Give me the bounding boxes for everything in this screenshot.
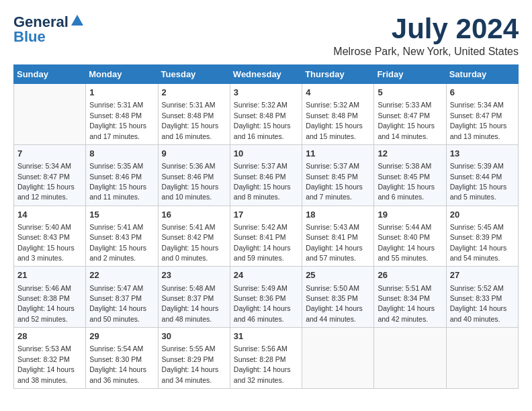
header-day-thursday: Thursday: [302, 65, 374, 84]
header-day-friday: Friday: [374, 65, 446, 84]
day-number: 27: [450, 269, 515, 281]
calendar-cell: 5Sunrise: 5:33 AMSunset: 8:47 PMDaylight…: [374, 84, 446, 145]
day-info: Sunrise: 5:51 AMSunset: 8:34 PMDaylight:…: [378, 284, 435, 323]
day-info: Sunrise: 5:39 AMSunset: 8:44 PMDaylight:…: [450, 162, 507, 201]
day-number: 21: [17, 269, 82, 281]
calendar-cell: 29Sunrise: 5:54 AMSunset: 8:30 PMDayligh…: [86, 328, 158, 389]
calendar-cell: 2Sunrise: 5:31 AMSunset: 8:48 PMDaylight…: [158, 84, 230, 145]
day-info: Sunrise: 5:33 AMSunset: 8:47 PMDaylight:…: [378, 101, 435, 140]
calendar-cell: 20Sunrise: 5:45 AMSunset: 8:39 PMDayligh…: [446, 205, 518, 267]
day-number: 13: [450, 148, 515, 160]
calendar-cell: 31Sunrise: 5:56 AMSunset: 8:28 PMDayligh…: [230, 328, 302, 389]
day-info: Sunrise: 5:50 AMSunset: 8:35 PMDaylight:…: [306, 284, 363, 323]
calendar-cell: 4Sunrise: 5:32 AMSunset: 8:48 PMDaylight…: [302, 84, 374, 145]
calendar-cell: 30Sunrise: 5:55 AMSunset: 8:29 PMDayligh…: [158, 328, 230, 389]
calendar-cell: 22Sunrise: 5:47 AMSunset: 8:37 PMDayligh…: [86, 267, 158, 328]
day-number: 19: [378, 209, 442, 221]
day-number: 1: [89, 87, 154, 99]
calendar-body: 1Sunrise: 5:31 AMSunset: 8:48 PMDaylight…: [14, 84, 519, 389]
calendar-cell: 15Sunrise: 5:41 AMSunset: 8:43 PMDayligh…: [86, 205, 158, 267]
day-number: 6: [450, 87, 515, 99]
day-number: 23: [162, 269, 226, 281]
day-info: Sunrise: 5:37 AMSunset: 8:45 PMDaylight:…: [306, 162, 363, 201]
day-info: Sunrise: 5:48 AMSunset: 8:37 PMDaylight:…: [162, 284, 219, 323]
calendar-cell: 24Sunrise: 5:49 AMSunset: 8:36 PMDayligh…: [230, 267, 302, 328]
day-number: 20: [450, 209, 515, 221]
day-number: 3: [234, 87, 298, 99]
location: Melrose Park, New York, United States: [333, 46, 519, 58]
calendar-table: SundayMondayTuesdayWednesdayThursdayFrid…: [13, 64, 519, 389]
day-number: 5: [378, 87, 442, 99]
month-title: July 2024: [333, 13, 519, 44]
day-info: Sunrise: 5:55 AMSunset: 8:29 PMDaylight:…: [162, 345, 219, 383]
header-day-wednesday: Wednesday: [230, 65, 302, 84]
calendar-cell: 9Sunrise: 5:36 AMSunset: 8:46 PMDaylight…: [158, 144, 230, 205]
calendar-cell: [14, 84, 86, 145]
day-info: Sunrise: 5:53 AMSunset: 8:32 PMDaylight:…: [17, 345, 75, 383]
calendar-cell: 27Sunrise: 5:52 AMSunset: 8:33 PMDayligh…: [446, 267, 518, 328]
calendar-cell: 28Sunrise: 5:53 AMSunset: 8:32 PMDayligh…: [14, 328, 86, 389]
header-row: SundayMondayTuesdayWednesdayThursdayFrid…: [14, 65, 519, 84]
day-info: Sunrise: 5:41 AMSunset: 8:43 PMDaylight:…: [89, 223, 146, 262]
calendar-cell: 8Sunrise: 5:35 AMSunset: 8:46 PMDaylight…: [86, 144, 158, 205]
day-number: 14: [17, 209, 82, 221]
calendar-cell: 11Sunrise: 5:37 AMSunset: 8:45 PMDayligh…: [302, 144, 374, 205]
header-day-tuesday: Tuesday: [158, 65, 230, 84]
day-number: 8: [89, 148, 154, 160]
day-info: Sunrise: 5:45 AMSunset: 8:39 PMDaylight:…: [450, 223, 507, 262]
day-info: Sunrise: 5:34 AMSunset: 8:47 PMDaylight:…: [450, 101, 507, 140]
day-number: 11: [306, 148, 370, 160]
calendar-header: SundayMondayTuesdayWednesdayThursdayFrid…: [14, 65, 519, 84]
calendar-week-4: 21Sunrise: 5:46 AMSunset: 8:38 PMDayligh…: [14, 267, 519, 328]
day-number: 25: [306, 269, 370, 281]
day-number: 22: [89, 269, 154, 281]
calendar-cell: 25Sunrise: 5:50 AMSunset: 8:35 PMDayligh…: [302, 267, 374, 328]
day-number: 9: [162, 148, 226, 160]
calendar-week-1: 1Sunrise: 5:31 AMSunset: 8:48 PMDaylight…: [14, 84, 519, 145]
day-info: Sunrise: 5:54 AMSunset: 8:30 PMDaylight:…: [89, 345, 146, 383]
calendar-cell: 19Sunrise: 5:44 AMSunset: 8:40 PMDayligh…: [374, 205, 446, 267]
day-number: 10: [234, 148, 298, 160]
day-number: 15: [89, 209, 154, 221]
day-number: 24: [234, 269, 298, 281]
calendar-cell: 21Sunrise: 5:46 AMSunset: 8:38 PMDayligh…: [14, 267, 86, 328]
calendar-cell: 12Sunrise: 5:38 AMSunset: 8:45 PMDayligh…: [374, 144, 446, 205]
calendar-cell: 13Sunrise: 5:39 AMSunset: 8:44 PMDayligh…: [446, 144, 518, 205]
day-info: Sunrise: 5:32 AMSunset: 8:48 PMDaylight:…: [234, 101, 291, 140]
day-number: 28: [17, 330, 82, 342]
calendar-week-2: 7Sunrise: 5:34 AMSunset: 8:47 PMDaylight…: [14, 144, 519, 205]
day-info: Sunrise: 5:36 AMSunset: 8:46 PMDaylight:…: [162, 162, 219, 201]
day-number: 16: [162, 209, 226, 221]
day-info: Sunrise: 5:37 AMSunset: 8:46 PMDaylight:…: [234, 162, 291, 201]
calendar-cell: [446, 328, 518, 389]
title-block: July 2024 Melrose Park, New York, United…: [333, 13, 519, 58]
calendar-cell: 16Sunrise: 5:41 AMSunset: 8:42 PMDayligh…: [158, 205, 230, 267]
day-info: Sunrise: 5:31 AMSunset: 8:48 PMDaylight:…: [89, 101, 146, 140]
header-day-sunday: Sunday: [14, 65, 86, 84]
day-info: Sunrise: 5:38 AMSunset: 8:45 PMDaylight:…: [378, 162, 435, 201]
logo-blue: Blue: [13, 28, 46, 46]
calendar-cell: [302, 328, 374, 389]
calendar-cell: 3Sunrise: 5:32 AMSunset: 8:48 PMDaylight…: [230, 84, 302, 145]
day-number: 4: [306, 87, 370, 99]
page-header: General Blue July 2024 Melrose Park, New…: [13, 13, 519, 58]
day-number: 26: [378, 269, 442, 281]
day-number: 2: [162, 87, 226, 99]
calendar-cell: 14Sunrise: 5:40 AMSunset: 8:43 PMDayligh…: [14, 205, 86, 267]
header-day-monday: Monday: [86, 65, 158, 84]
day-info: Sunrise: 5:41 AMSunset: 8:42 PMDaylight:…: [162, 223, 219, 262]
day-info: Sunrise: 5:40 AMSunset: 8:43 PMDaylight:…: [17, 223, 75, 262]
calendar-cell: 18Sunrise: 5:43 AMSunset: 8:41 PMDayligh…: [302, 205, 374, 267]
svg-marker-0: [71, 15, 83, 26]
day-info: Sunrise: 5:46 AMSunset: 8:38 PMDaylight:…: [17, 284, 75, 323]
day-number: 7: [17, 148, 82, 160]
day-info: Sunrise: 5:56 AMSunset: 8:28 PMDaylight:…: [234, 345, 291, 383]
calendar-cell: 10Sunrise: 5:37 AMSunset: 8:46 PMDayligh…: [230, 144, 302, 205]
calendar-cell: 23Sunrise: 5:48 AMSunset: 8:37 PMDayligh…: [158, 267, 230, 328]
day-info: Sunrise: 5:43 AMSunset: 8:41 PMDaylight:…: [306, 223, 363, 262]
calendar-cell: 26Sunrise: 5:51 AMSunset: 8:34 PMDayligh…: [374, 267, 446, 328]
day-info: Sunrise: 5:42 AMSunset: 8:41 PMDaylight:…: [234, 223, 291, 262]
calendar-week-5: 28Sunrise: 5:53 AMSunset: 8:32 PMDayligh…: [14, 328, 519, 389]
logo-icon: [70, 13, 85, 28]
calendar-cell: 6Sunrise: 5:34 AMSunset: 8:47 PMDaylight…: [446, 84, 518, 145]
